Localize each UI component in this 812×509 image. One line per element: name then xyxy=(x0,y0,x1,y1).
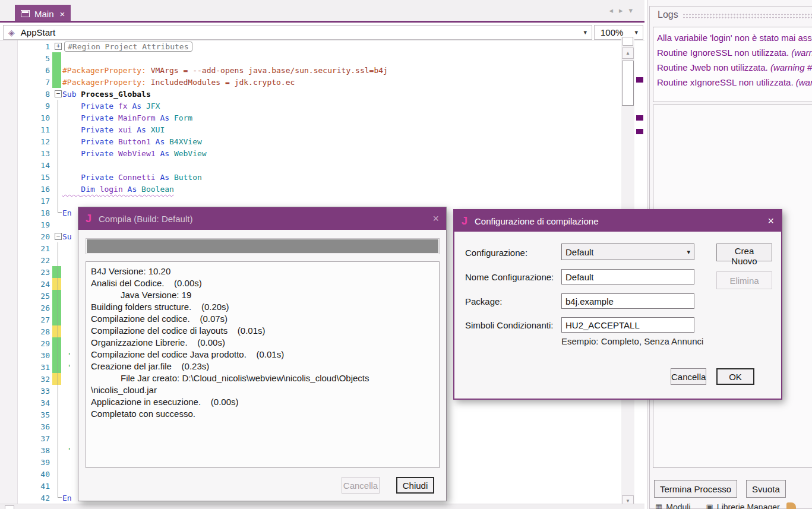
line-number: 24 xyxy=(0,280,50,289)
conditional-symbols-field[interactable]: HU2_ACCEPTALL xyxy=(561,317,694,333)
build-configuration-dialog: J Configurazione di compilazione × Confi… xyxy=(453,209,782,400)
line-number: 37 xyxy=(0,434,50,443)
fold-collapse-icon[interactable]: − xyxy=(55,233,62,240)
tab-moduli[interactable]: ▦Moduli xyxy=(655,502,691,509)
splitter-grip[interactable] xyxy=(623,37,633,46)
libraries-icon: ▣ xyxy=(706,502,713,509)
change-bar xyxy=(52,76,61,88)
tab-librerie-manager[interactable]: ▣Librerie Manager xyxy=(706,502,780,509)
log-warning[interactable]: Routine Jweb non utilizzata. (warning #1 xyxy=(657,60,812,75)
line-number: 15 xyxy=(0,173,50,182)
fold-collapse-icon[interactable]: − xyxy=(55,90,62,97)
code-line-6[interactable]: 6#PackagerProperty: VMArgs = --add-opens… xyxy=(0,64,621,76)
tab-nav-arrows[interactable]: ◂▸▾ xyxy=(609,6,639,15)
line-number: 13 xyxy=(0,149,50,158)
compile-dialog: J Compila (Build: Default) × B4J Version… xyxy=(78,207,447,501)
warning-mark[interactable] xyxy=(636,77,643,83)
logs-drag-dots[interactable] xyxy=(683,13,812,19)
configuration-dropdown-icon[interactable]: ▾ xyxy=(687,248,690,256)
tab-main[interactable]: Main × xyxy=(15,5,71,23)
scrollbar-thumb[interactable] xyxy=(622,61,634,106)
config-dialog-close-icon[interactable]: × xyxy=(767,215,774,227)
nav-right-icon[interactable]: ▸ xyxy=(619,6,629,15)
log-warning[interactable]: Routine IgnoreSSL non utilizzata. (warni… xyxy=(657,45,812,60)
line-number: 17 xyxy=(0,197,50,206)
line-number: 6 xyxy=(0,66,50,75)
code-line-9[interactable]: 9 Private fx As JFX xyxy=(0,100,621,112)
compile-close-button[interactable]: Chiudi xyxy=(396,477,434,494)
create-new-button[interactable]: Crea Nuovo xyxy=(716,244,772,261)
editor-tab-bar: Main × ◂▸▾ xyxy=(0,0,644,23)
code-text: Dim login As Boolean xyxy=(62,185,174,194)
config-dialog-titlebar[interactable]: J Configurazione di compilazione × xyxy=(454,210,781,232)
config-dialog-title: Configurazione di compilazione xyxy=(475,216,598,226)
code-text: En xyxy=(62,494,72,502)
configuration-select[interactable]: Default ▾ xyxy=(561,244,694,260)
warning-mark[interactable] xyxy=(636,129,643,134)
nav-more-icon[interactable]: ▾ xyxy=(628,6,639,15)
configuration-label: Configurazione: xyxy=(465,248,527,258)
code-line-10[interactable]: 10 Private MainForm As Form xyxy=(0,112,621,124)
log-warning[interactable]: Routine xIgnoreSSL non utilizzata. (warn xyxy=(657,75,812,90)
line-number: 41 xyxy=(0,482,50,491)
code-line-12[interactable]: 12 Private Button1 As B4XView xyxy=(0,135,621,147)
config-cancel-button[interactable]: Cancella xyxy=(671,368,706,385)
editor-bottom-strip xyxy=(0,504,644,509)
line-number: 28 xyxy=(0,327,50,336)
code-text: Private Connetti As Button xyxy=(62,173,202,182)
compile-dialog-titlebar[interactable]: J Compila (Build: Default) × xyxy=(78,207,446,230)
nav-left-icon[interactable]: ◂ xyxy=(609,6,619,15)
line-number: 18 xyxy=(0,208,50,217)
code-line-1[interactable]: 1+#Region Project Attributes xyxy=(0,40,621,52)
logs-buttons: Termina Processo Svuota xyxy=(654,480,786,498)
line-number: 14 xyxy=(0,161,50,170)
package-field[interactable]: b4j.example xyxy=(561,293,694,309)
code-line-15[interactable]: 15 Private Connetti As Button xyxy=(0,171,621,183)
b4j-logo-icon: J xyxy=(86,213,91,225)
terminate-process-button[interactable]: Termina Processo xyxy=(654,480,737,498)
line-number: 42 xyxy=(0,494,50,502)
tab-main-label: Main xyxy=(34,9,54,19)
clear-logs-button[interactable]: Svuota xyxy=(746,480,786,498)
fold-expand-icon[interactable]: + xyxy=(55,43,62,50)
compile-progress-bar xyxy=(86,238,440,254)
config-ok-button[interactable]: OK xyxy=(716,368,754,385)
line-number: 34 xyxy=(0,399,50,407)
line-number: 36 xyxy=(0,422,50,431)
code-line-16[interactable]: 16 Dim login As Boolean xyxy=(0,183,621,195)
warnings-list: Alla variabile 'login' non è stato mai a… xyxy=(653,27,812,102)
line-number: 19 xyxy=(0,220,50,229)
zoom-dropdown-icon[interactable]: ▾ xyxy=(634,29,643,36)
warning-mark[interactable] xyxy=(636,115,643,121)
line-number: 29 xyxy=(0,339,50,348)
collapsed-region-box[interactable]: #Region Project Attributes xyxy=(64,42,192,52)
code-line-17[interactable]: 17 xyxy=(0,195,621,207)
module-dropdown-icon[interactable]: ▾ xyxy=(583,29,592,36)
compile-dialog-title: Compila (Build: Default) xyxy=(99,214,192,224)
compile-cancel-button[interactable]: Cancella xyxy=(342,477,380,494)
zoom-selector[interactable]: 100% ▾ xyxy=(594,25,643,40)
code-line-8[interactable]: 8−Sub Process_Globals xyxy=(0,88,621,100)
config-name-field[interactable]: Default xyxy=(561,269,694,284)
hscroll-handle[interactable] xyxy=(5,505,14,509)
delete-button[interactable]: Elimina xyxy=(716,271,772,289)
tab-close-icon[interactable]: × xyxy=(60,9,65,19)
line-number: 8 xyxy=(0,90,50,99)
fold-guide-sub2 xyxy=(58,242,62,498)
line-number: 38 xyxy=(0,446,50,455)
line-number: 39 xyxy=(0,458,50,467)
module-selector[interactable]: ◈ AppStart ▾ xyxy=(3,25,592,40)
scroll-up-icon[interactable]: ▲ xyxy=(622,48,634,59)
code-line-11[interactable]: 11 Private xui As XUI xyxy=(0,124,621,135)
code-text: Private MainForm As Form xyxy=(62,113,192,122)
compile-dialog-close-icon[interactable]: × xyxy=(432,213,439,225)
line-number: 30 xyxy=(0,351,50,360)
code-text: ' xyxy=(62,363,72,372)
line-number: 22 xyxy=(0,256,50,265)
code-line-14[interactable]: 14 xyxy=(0,159,621,171)
module-icon: ◈ xyxy=(8,28,15,37)
code-line-13[interactable]: 13 Private WebView1 As WebView xyxy=(0,147,621,159)
log-warning[interactable]: Alla variabile 'login' non è stato mai a… xyxy=(657,30,812,45)
code-line-5[interactable]: 5 xyxy=(0,52,621,64)
code-line-7[interactable]: 7#PackagerProperty: IncludedModules = jd… xyxy=(0,76,621,88)
